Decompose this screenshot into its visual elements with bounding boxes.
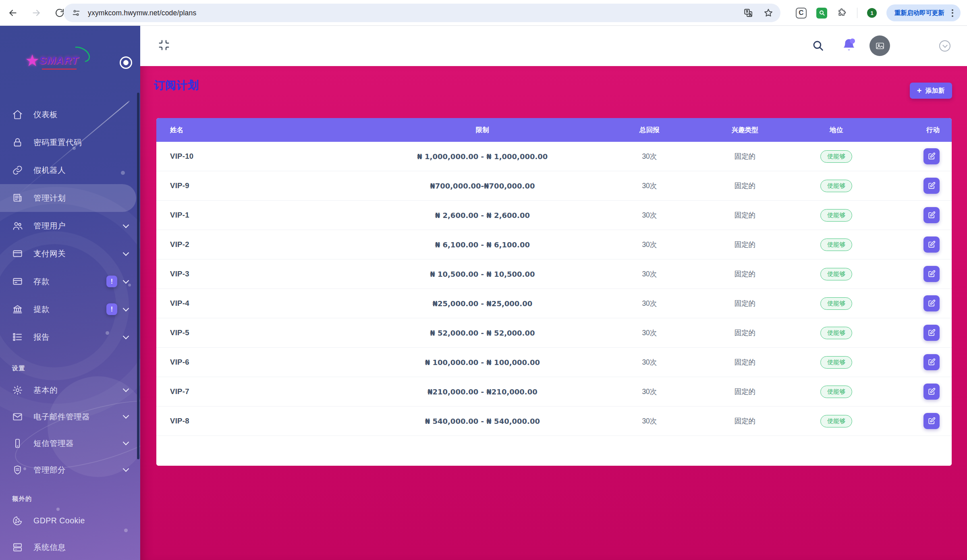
plan-name: VIP-1 (156, 211, 363, 220)
edit-plan-button[interactable] (923, 236, 940, 253)
plan-limit: ₦ 100,000.00 - ₦ 100,000.00 (363, 358, 602, 367)
restart-update-chip[interactable]: 重新启动即可更新 (886, 4, 961, 21)
bank-icon (12, 304, 23, 315)
plan-limit: ₦700,000.00-₦700,000.00 (363, 182, 602, 190)
translate-icon[interactable] (743, 8, 753, 18)
user-avatar[interactable] (869, 35, 890, 56)
url-text[interactable]: yxymkcom.hwymw.net/code/plans (88, 9, 196, 17)
edit-plan-button[interactable] (923, 354, 940, 370)
plan-action-cell (880, 266, 952, 282)
edit-plan-button[interactable] (923, 207, 940, 223)
sidebar-nav: 仪表板密码重置代码假机器人管理计划管理用户支付网关存款!提款!报告设置基本的电子… (0, 101, 140, 560)
edit-plan-button[interactable] (923, 384, 940, 400)
edit-plan-button[interactable] (923, 266, 940, 282)
sidebar: ★ SMART 仪表板密码重置代码假机器人管理计划管理用户支付网关存款!提款!报… (0, 26, 140, 560)
sidebar-item[interactable]: 密码重置代码 (0, 129, 140, 156)
edit-plan-button[interactable] (923, 148, 940, 164)
sidebar-item[interactable]: GDPR Cookie (0, 507, 140, 534)
notifications-bell-icon[interactable] (841, 37, 857, 53)
bookmark-star-icon[interactable] (764, 8, 773, 18)
status-badge: 使能够 (820, 180, 852, 192)
alert-badge: ! (106, 303, 117, 315)
plan-status-cell: 使能够 (793, 209, 880, 222)
plan-interest-type: 固定的 (697, 240, 793, 249)
sidebar-item[interactable]: 基本的 (0, 377, 140, 403)
plan-total-return: 30次 (602, 299, 697, 308)
sidebar-item[interactable]: 提款! (0, 295, 140, 323)
status-badge: 使能够 (820, 386, 852, 398)
plan-total-return: 30次 (602, 151, 697, 161)
plan-action-cell (880, 354, 952, 370)
table-row: VIP-8₦ 540,000.00 - ₦ 540,000.0030次固定的使能… (156, 407, 952, 436)
table-row: VIP-7₦210,000.00 - ₦210,000.0030次固定的使能够 (156, 377, 952, 407)
sidebar-item[interactable]: 存款! (0, 268, 140, 295)
plan-action-cell (880, 384, 952, 400)
alert-badge: ! (106, 276, 117, 287)
edit-plan-button[interactable] (923, 413, 940, 429)
edit-plan-button[interactable] (923, 295, 940, 311)
sidebar-item[interactable]: 管理用户 (0, 212, 140, 240)
sidebar-item[interactable]: 电子邮件管理器 (0, 403, 140, 430)
sidebar-item[interactable]: 支付网关 (0, 240, 140, 268)
sidebar-item-label: 密码重置代码 (33, 137, 82, 148)
add-new-button[interactable]: + 添加新 (910, 83, 952, 99)
browser-back-icon[interactable] (5, 5, 21, 21)
plan-limit: ₦ 6,100.00 - ₦ 6,100.00 (363, 241, 602, 249)
plan-action-cell (880, 148, 952, 164)
sidebar-item[interactable]: 仪表板 (0, 101, 140, 129)
chevron-down-icon (123, 249, 129, 256)
phone-icon (12, 438, 23, 449)
plan-interest-type: 固定的 (697, 387, 793, 396)
sidebar-item[interactable]: 短信管理器 (0, 430, 140, 456)
toolbar-separator (857, 8, 857, 18)
home-icon (12, 109, 23, 120)
plan-interest-type: 固定的 (697, 357, 793, 367)
sidebar-item-label: 报告 (33, 332, 50, 342)
site-settings-icon[interactable] (72, 8, 81, 17)
page-title: 订阅计划 (154, 78, 199, 93)
report-icon (12, 332, 23, 342)
edit-plan-button[interactable] (923, 178, 940, 194)
cookie-icon (12, 515, 23, 526)
status-badge: 使能够 (820, 297, 852, 310)
search-icon[interactable] (811, 39, 824, 52)
sidebar-item-label: 支付网关 (33, 248, 66, 259)
sidebar-item-label: 电子邮件管理器 (33, 411, 90, 422)
browser-forward-icon[interactable] (28, 5, 44, 21)
chevron-down-icon (123, 222, 129, 228)
plan-name: VIP-2 (156, 240, 363, 249)
sidebar-item[interactable]: 管理部分 (0, 456, 140, 483)
sidebar-item-label: 系统信息 (33, 542, 66, 553)
status-badge: 使能够 (820, 327, 852, 339)
sidebar-section-label: 设置 (0, 360, 140, 377)
brand-logo[interactable]: ★ SMART (25, 52, 79, 68)
plan-status-cell: 使能够 (793, 180, 880, 192)
extension-search-icon[interactable] (816, 8, 827, 19)
plan-action-cell (880, 295, 952, 311)
plan-name: VIP-8 (156, 417, 363, 425)
extensions-puzzle-icon[interactable] (837, 8, 847, 18)
header-dropdown-caret-icon[interactable] (939, 40, 950, 52)
sidebar-item[interactable]: 假机器人 (0, 156, 140, 184)
plans-icon (12, 193, 23, 203)
edit-plan-button[interactable] (923, 325, 940, 341)
plan-interest-type: 固定的 (697, 416, 793, 426)
sidebar-toggle-button[interactable] (120, 56, 132, 69)
plan-total-return: 30次 (602, 387, 697, 396)
extension-c-icon[interactable]: C (796, 8, 807, 19)
plan-interest-type: 固定的 (697, 181, 793, 191)
sidebar-item[interactable]: 系统信息 (0, 534, 140, 560)
plan-action-cell (880, 207, 952, 223)
plan-name: VIP-3 (156, 270, 363, 278)
address-bar[interactable]: yxymkcom.hwymw.net/code/plans (64, 4, 780, 22)
sidebar-scrollbar[interactable] (137, 93, 139, 459)
sidebar-section-label: 额外的 (0, 490, 140, 507)
sidebar-item[interactable]: 报告 (0, 323, 140, 351)
plan-interest-type: 固定的 (697, 210, 793, 220)
sidebar-item[interactable]: 管理计划 (0, 184, 136, 212)
browser-menu-icon[interactable] (948, 8, 957, 19)
browser-profile-avatar[interactable]: 1 (867, 8, 877, 18)
table-header-row: 姓名限制总回报兴趣类型地位行动 (156, 118, 952, 142)
collapse-layout-icon[interactable] (158, 39, 170, 51)
deposit-card-icon (12, 276, 23, 287)
